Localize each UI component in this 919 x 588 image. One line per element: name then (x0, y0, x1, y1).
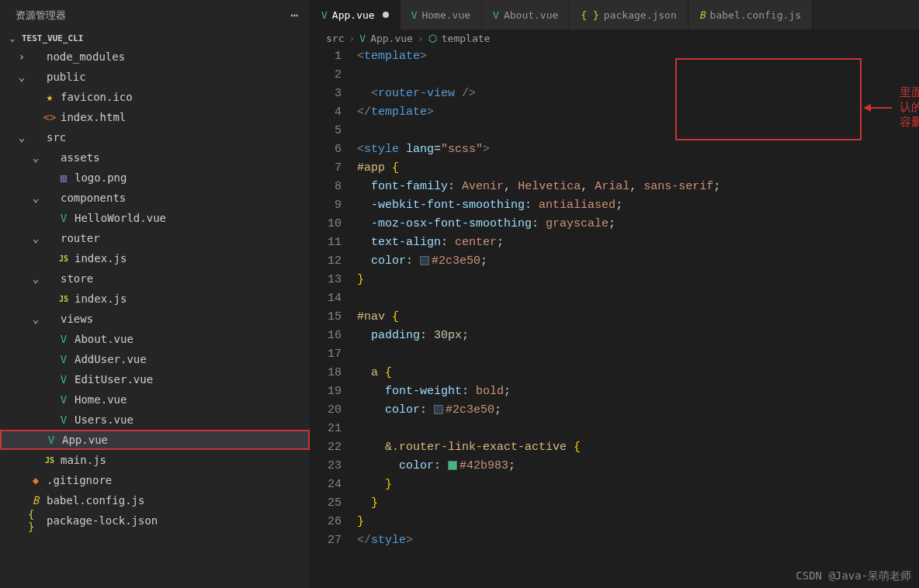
tab-bar: VApp.vueVHome.vueVAbout.vue{ }package.js… (310, 0, 919, 29)
tree-item[interactable]: ⌄components (0, 188, 310, 208)
breadcrumb-sep: › (418, 33, 424, 44)
file-icon: V (56, 413, 71, 426)
tree-item-label: index.js (75, 252, 127, 265)
breadcrumb-file: App.vue (370, 33, 413, 44)
tree-item[interactable]: VHome.vue (0, 389, 310, 410)
tree-item[interactable]: ›node_modules (0, 47, 310, 67)
chevron-icon: › (16, 50, 28, 63)
vue-icon: V (359, 33, 366, 44)
tab-label: babel.config.js (710, 9, 801, 21)
file-icon: ▥ (56, 171, 71, 184)
file-icon: V (56, 333, 71, 345)
editor-tab[interactable]: Bbabel.config.js (688, 0, 813, 29)
tree-item-label: About.vue (75, 333, 134, 345)
tree-item[interactable]: Bbabel.config.js (0, 490, 310, 510)
sidebar-title: 资源管理器 (16, 9, 66, 22)
tree-item-label: router (61, 232, 100, 244)
file-icon: ★ (42, 91, 57, 103)
breadcrumb-sep: › (349, 33, 355, 44)
editor-tab[interactable]: VApp.vue (310, 0, 401, 29)
tree-item-label: main.js (61, 454, 106, 466)
tree-item-label: Users.vue (75, 413, 134, 426)
tree-item-label: src (47, 131, 66, 144)
tree-item[interactable]: ⌄public (0, 67, 310, 87)
file-icon: V (56, 212, 71, 224)
tree-item[interactable]: { }package-lock.json (0, 510, 310, 531)
tree-item[interactable]: ★favicon.ico (0, 87, 310, 107)
breadcrumb[interactable]: src › V App.vue › ⬡ template (310, 29, 919, 47)
tree-item-label: public (47, 71, 86, 83)
tree-item-label: babel.config.js (47, 494, 144, 507)
tree-item[interactable]: ▥logo.png (0, 168, 310, 188)
code-editor[interactable]: 1234567891011121314151617181920212223242… (310, 47, 919, 588)
tree-item-label: store (61, 272, 93, 285)
chevron-icon: ⌄ (29, 151, 42, 164)
sidebar-header: 资源管理器 ⋯ (0, 0, 310, 30)
file-icon: V (56, 393, 71, 406)
annotation-text: 里面默认的内容删除 (900, 85, 919, 130)
tree-item-label: package-lock.json (47, 514, 158, 527)
code-content[interactable]: <template> <router-view /></template> <s… (357, 47, 919, 588)
tree-item[interactable]: VEditUser.vue (0, 369, 310, 389)
tree-item-label: index.html (61, 111, 126, 123)
editor-tab[interactable]: VHome.vue (401, 0, 482, 29)
tree-item[interactable]: VAddUser.vue (0, 349, 310, 369)
tab-icon: V (411, 9, 418, 21)
tree-item-label: assets (61, 151, 100, 164)
file-icon: <> (42, 111, 57, 123)
line-numbers: 1234567891011121314151617181920212223242… (310, 47, 357, 588)
modified-dot-icon (383, 12, 389, 18)
tab-icon: V (493, 9, 499, 21)
chevron-icon: ⌄ (29, 313, 42, 325)
tree-item[interactable]: ⌄router (0, 228, 310, 248)
tree-item[interactable]: ⌄store (0, 268, 310, 289)
tree-item[interactable]: VUsers.vue (0, 410, 310, 430)
tree-item[interactable]: JSmain.js (0, 450, 310, 470)
tree-item-label: .gitignore (47, 474, 112, 486)
symbol-icon: ⬡ (428, 33, 437, 44)
tree-item-label: Home.vue (75, 393, 127, 406)
tree-item-label: EditUser.vue (75, 373, 153, 386)
file-icon: ◆ (28, 474, 43, 486)
tree-item[interactable]: ◆.gitignore (0, 470, 310, 490)
file-icon: { } (28, 508, 43, 533)
tree-item[interactable]: VHelloWorld.vue (0, 208, 310, 228)
more-actions-icon[interactable]: ⋯ (290, 8, 298, 22)
file-icon: V (56, 353, 71, 365)
chevron-icon: ⌄ (16, 131, 28, 144)
chevron-icon: ⌄ (29, 272, 42, 285)
editor-tab[interactable]: { }package.json (570, 0, 688, 29)
section-title: TEST_VUE_CLI (22, 33, 83, 43)
tab-label: About.vue (504, 9, 558, 21)
arrow-line-icon (869, 107, 892, 109)
editor-tab[interactable]: VAbout.vue (482, 0, 570, 29)
file-icon: B (28, 494, 43, 507)
chevron-down-icon: ⌄ (6, 33, 19, 43)
tree-item[interactable]: JSindex.js (0, 248, 310, 268)
tree-item-label: favicon.ico (61, 91, 133, 103)
tree-item-label: node_modules (47, 50, 125, 63)
breadcrumb-src: src (326, 33, 344, 44)
file-icon: V (43, 434, 59, 446)
tree-item[interactable]: ⌄src (0, 127, 310, 147)
tree-item[interactable]: VApp.vue (0, 430, 310, 450)
file-icon: V (56, 373, 71, 386)
tree-item[interactable]: ⌄assets (0, 147, 310, 168)
tree-item[interactable]: VAbout.vue (0, 329, 310, 349)
section-header[interactable]: ⌄ TEST_VUE_CLI (0, 30, 310, 47)
tree-item[interactable]: <>index.html (0, 107, 310, 127)
tree-item-label: views (61, 313, 93, 325)
chevron-icon: ⌄ (29, 232, 42, 244)
tree-item-label: AddUser.vue (75, 353, 147, 365)
tree-item-label: App.vue (62, 434, 108, 446)
file-icon: JS (42, 456, 57, 465)
tree-item-label: index.js (75, 292, 127, 305)
annotation-arrow: 里面默认的内容删除 (869, 85, 919, 130)
file-icon: JS (56, 295, 71, 303)
file-icon: JS (56, 254, 71, 263)
tree-item-label: logo.png (75, 171, 127, 184)
tab-label: package.json (604, 9, 677, 21)
tree-item[interactable]: JSindex.js (0, 289, 310, 309)
tree-item-label: HelloWorld.vue (75, 212, 166, 224)
tree-item[interactable]: ⌄views (0, 309, 310, 329)
